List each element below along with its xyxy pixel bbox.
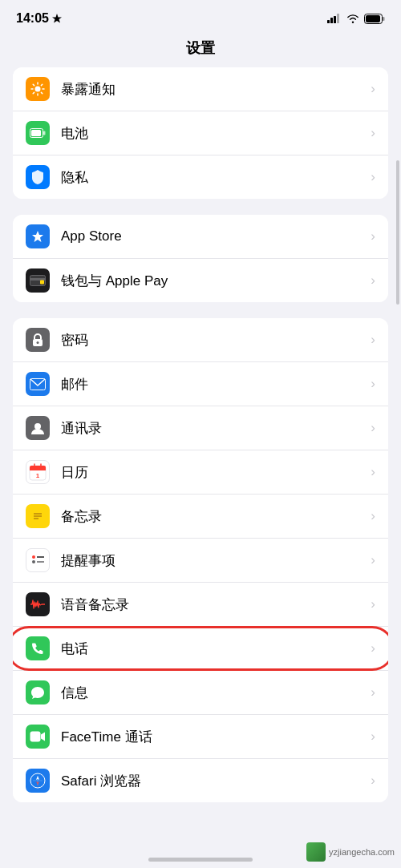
safari-chevron: › bbox=[371, 773, 375, 789]
watermark: yzjiangecha.com bbox=[306, 842, 395, 862]
exposure-label: 暴露通知 bbox=[61, 80, 371, 99]
svg-rect-18 bbox=[31, 130, 41, 136]
calendar-label: 日历 bbox=[61, 463, 371, 482]
appstore-label: App Store bbox=[61, 228, 371, 244]
reminders-label: 提醒事项 bbox=[61, 551, 371, 570]
calendar-icon: 1 bbox=[26, 460, 50, 484]
safari-label: Safari 浏览器 bbox=[61, 772, 371, 790]
status-icons bbox=[327, 14, 385, 24]
contacts-chevron: › bbox=[371, 420, 375, 436]
svg-line-14 bbox=[41, 84, 42, 85]
svg-point-7 bbox=[35, 87, 41, 92]
settings-row-mail[interactable]: 邮件 › bbox=[13, 362, 388, 406]
messages-icon bbox=[26, 680, 50, 704]
svg-line-12 bbox=[33, 84, 34, 85]
mail-icon bbox=[26, 372, 50, 396]
svg-text:1: 1 bbox=[36, 472, 40, 479]
svg-rect-6 bbox=[366, 15, 380, 22]
settings-row-facetime[interactable]: FaceTime 通话 › bbox=[13, 715, 388, 759]
svg-point-36 bbox=[32, 555, 35, 559]
settings-row-calendar[interactable]: 1 日历 › bbox=[13, 450, 388, 495]
notes-chevron: › bbox=[371, 508, 375, 524]
settings-row-voicememo[interactable]: 语音备忘录 › bbox=[13, 583, 388, 627]
contacts-label: 通讯录 bbox=[61, 419, 371, 438]
safari-icon bbox=[26, 769, 50, 793]
wifi-icon bbox=[346, 14, 359, 23]
settings-row-passwords[interactable]: 密码 › bbox=[13, 318, 388, 362]
signal-icon bbox=[327, 14, 342, 23]
phone-icon bbox=[26, 636, 50, 660]
settings-row-contacts[interactable]: 通讯录 › bbox=[13, 406, 388, 450]
scroll-track bbox=[396, 160, 399, 305]
settings-row-reminders[interactable]: 提醒事项 › bbox=[13, 539, 388, 583]
page-title: 设置 bbox=[186, 40, 215, 56]
svg-point-37 bbox=[32, 560, 35, 563]
battery-icon bbox=[26, 121, 50, 145]
settings-row-safari[interactable]: Safari 浏览器 › bbox=[13, 759, 388, 802]
wallet-label: 钱包与 Apple Pay bbox=[61, 272, 371, 290]
settings-row-phone[interactable]: 电话 › bbox=[13, 627, 388, 671]
settings-row-battery[interactable]: 电池 › bbox=[13, 111, 388, 155]
passwords-icon bbox=[26, 328, 50, 352]
svg-line-13 bbox=[41, 92, 42, 93]
voicememo-label: 语音备忘录 bbox=[61, 595, 371, 614]
settings-row-appstore[interactable]: App Store › bbox=[13, 215, 388, 259]
reminders-icon bbox=[26, 548, 50, 572]
svg-rect-5 bbox=[383, 17, 385, 21]
settings-group-2: App Store › 钱包与 Apple Pay › bbox=[13, 215, 388, 302]
svg-rect-3 bbox=[337, 14, 339, 23]
privacy-icon bbox=[26, 165, 50, 189]
page-wrapper: 14:05 bbox=[0, 0, 401, 868]
facetime-chevron: › bbox=[371, 729, 375, 745]
contacts-icon bbox=[26, 416, 50, 440]
battery-chevron: › bbox=[371, 125, 375, 141]
svg-rect-2 bbox=[334, 16, 336, 23]
home-indicator bbox=[148, 858, 253, 862]
wallet-icon bbox=[26, 268, 50, 293]
facetime-icon bbox=[26, 725, 50, 749]
svg-line-15 bbox=[33, 92, 34, 93]
messages-chevron: › bbox=[371, 684, 375, 700]
watermark-text: yzjiangecha.com bbox=[329, 847, 395, 857]
phone-label: 电话 bbox=[61, 640, 371, 658]
status-time: 14:05 bbox=[16, 11, 49, 26]
exposure-icon bbox=[26, 77, 50, 101]
passwords-label: 密码 bbox=[61, 331, 371, 349]
settings-group-3: 密码 › 邮件 › 通讯录 › bbox=[13, 318, 388, 802]
settings-row-notes[interactable]: 备忘录 › bbox=[13, 495, 388, 539]
svg-rect-17 bbox=[43, 131, 46, 135]
notes-icon bbox=[26, 504, 50, 528]
nav-bar: 设置 bbox=[0, 32, 401, 67]
settings-row-privacy[interactable]: 隐私 › bbox=[13, 155, 388, 199]
location-icon bbox=[52, 14, 62, 23]
svg-rect-21 bbox=[40, 281, 44, 285]
watermark-logo bbox=[306, 842, 326, 862]
voicememo-icon bbox=[26, 592, 50, 616]
svg-point-25 bbox=[34, 423, 41, 430]
notes-label: 备忘录 bbox=[61, 507, 371, 526]
svg-rect-1 bbox=[330, 18, 333, 23]
voicememo-chevron: › bbox=[371, 596, 375, 612]
mail-label: 邮件 bbox=[61, 375, 371, 394]
calendar-chevron: › bbox=[371, 464, 375, 480]
messages-label: 信息 bbox=[61, 684, 371, 702]
mail-chevron: › bbox=[371, 376, 375, 392]
privacy-chevron: › bbox=[371, 169, 375, 185]
exposure-chevron: › bbox=[371, 81, 375, 97]
appstore-chevron: › bbox=[371, 228, 375, 244]
settings-row-messages[interactable]: 信息 › bbox=[13, 671, 388, 715]
privacy-label: 隐私 bbox=[61, 168, 371, 187]
svg-rect-0 bbox=[327, 20, 330, 23]
svg-rect-40 bbox=[30, 732, 41, 742]
phone-chevron: › bbox=[371, 640, 375, 656]
facetime-label: FaceTime 通话 bbox=[61, 728, 371, 746]
wallet-chevron: › bbox=[371, 273, 375, 289]
settings-row-exposure[interactable]: 暴露通知 › bbox=[13, 67, 388, 111]
battery-label: 电池 bbox=[61, 124, 371, 143]
status-bar: 14:05 bbox=[0, 0, 401, 32]
settings-group-1: 暴露通知 › 电池 › 隐私 › bbox=[13, 67, 388, 199]
reminders-chevron: › bbox=[371, 552, 375, 568]
settings-row-wallet[interactable]: 钱包与 Apple Pay › bbox=[13, 259, 388, 302]
appstore-icon bbox=[26, 224, 50, 248]
battery-status-icon bbox=[364, 14, 385, 24]
